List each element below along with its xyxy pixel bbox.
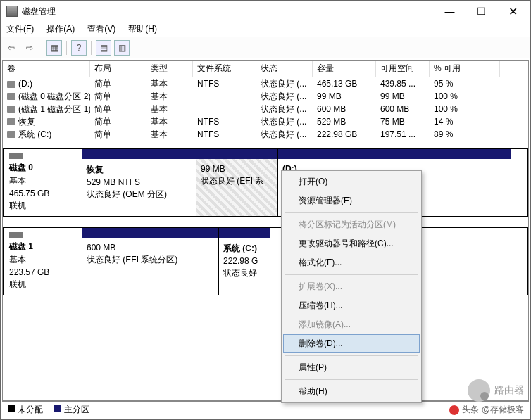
ctx-separator [285, 274, 418, 275]
toolbar-separator [42, 41, 42, 55]
cell-type: 基本 [146, 103, 193, 115]
disk-type: 基本 [9, 175, 77, 187]
col-capacity[interactable]: 容量 [313, 61, 376, 77]
partition-title: 恢复 [87, 164, 192, 176]
partition[interactable]: 600 MB状态良好 (EFI 系统分区) [82, 228, 219, 295]
partition[interactable]: 99 MB状态良好 (EFI 系 [196, 149, 278, 216]
ctx-mirror: 添加镜像(A)... [283, 315, 420, 334]
table-row[interactable]: (磁盘 1 磁盘分区 1)简单基本状态良好 (...600 MB600 MB10… [3, 103, 528, 115]
forward-icon[interactable]: ⇨ [22, 40, 37, 56]
col-free[interactable]: 可用空间 [376, 61, 430, 77]
ctx-delete-volume[interactable]: 删除卷(D)... [283, 334, 420, 353]
cell-cap: 222.98 GB [313, 129, 376, 139]
disk-icon [9, 153, 23, 159]
cell-type: 基本 [146, 129, 193, 141]
menu-view[interactable]: 查看(V) [87, 23, 115, 35]
ctx-change-letter[interactable]: 更改驱动器号和路径(C)... [283, 234, 420, 253]
disk-info[interactable]: 磁盘 0基本465.75 GB联机 [3, 148, 82, 217]
cell-layout: 简单 [90, 103, 146, 115]
watermark-text: 路由器 [494, 384, 524, 397]
partition-status: 状态良好 (EFI 系统分区) [87, 254, 214, 266]
ctx-separator [285, 355, 418, 356]
cell-free: 600 MB [376, 104, 430, 114]
close-button[interactable]: ✕ [497, 1, 529, 21]
app-icon [6, 6, 18, 17]
cell-vol: (磁盘 1 磁盘分区 1) [3, 103, 90, 115]
maximize-button[interactable]: ☐ [466, 1, 497, 21]
cell-cap: 465.13 GB [313, 79, 376, 89]
volume-icon [7, 106, 15, 113]
cell-layout: 简单 [90, 91, 146, 103]
partition[interactable]: 恢复529 MB NTFS状态良好 (OEM 分区) [82, 149, 196, 216]
cell-cap: 529 MB [313, 117, 376, 127]
disk-map[interactable]: 磁盘 0基本465.75 GB联机恢复529 MB NTFS状态良好 (OEM … [2, 141, 529, 401]
ctx-separator [285, 212, 418, 213]
view-bottom-icon[interactable]: ▥ [114, 40, 130, 56]
ctx-open[interactable]: 打开(O) [283, 172, 420, 191]
table-row[interactable]: 恢复简单基本NTFS状态良好 (...529 MB75 MB14 % [3, 115, 528, 128]
cell-layout: 简单 [90, 129, 146, 141]
cell-status: 状态良好 (... [256, 78, 313, 90]
ctx-format[interactable]: 格式化(F)... [283, 253, 420, 272]
menu-file[interactable]: 文件(F) [6, 23, 34, 35]
table-row[interactable]: (磁盘 0 磁盘分区 2)简单基本状态良好 (...99 MB99 MB100 … [3, 90, 528, 103]
disk-row: 磁盘 0基本465.75 GB联机恢复529 MB NTFS状态良好 (OEM … [3, 148, 528, 217]
minimize-button[interactable]: — [434, 1, 466, 21]
table-row[interactable]: 系统 (C:)简单基本NTFS状态良好 (...222.98 GB197.51 … [3, 128, 528, 141]
menu-action[interactable]: 操作(A) [46, 23, 75, 35]
disk-size: 223.57 GB [9, 267, 77, 277]
ctx-explorer[interactable]: 资源管理器(E) [283, 191, 420, 210]
view-top-icon[interactable]: ▤ [96, 40, 111, 56]
cell-status: 状态良好 (... [256, 116, 313, 128]
titlebar[interactable]: 磁盘管理 — ☐ ✕ [1, 1, 530, 22]
menubar: 文件(F) 操作(A) 查看(V) 帮助(H) [1, 22, 530, 37]
toolbar-separator [91, 41, 92, 55]
col-type[interactable]: 类型 [146, 61, 193, 77]
context-menu: 打开(O) 资源管理器(E) 将分区标记为活动分区(M) 更改驱动器号和路径(C… [281, 170, 422, 403]
cell-pct: 14 % [430, 117, 500, 127]
cell-pct: 95 % [430, 79, 500, 89]
col-pct[interactable]: % 可用 [430, 61, 500, 77]
partition[interactable]: 系统 (C:)222.98 G状态良好 [219, 228, 270, 295]
disk-name: 磁盘 1 [9, 241, 77, 253]
ctx-shrink[interactable]: 压缩卷(H)... [283, 296, 420, 315]
view-list-icon[interactable]: ▦ [46, 40, 62, 56]
cell-vol: (磁盘 0 磁盘分区 2) [3, 91, 90, 103]
cell-free: 197.51 ... [376, 129, 430, 139]
partition-band [82, 228, 218, 238]
cell-vol: 恢复 [3, 116, 90, 128]
window-title: 磁盘管理 [22, 6, 434, 18]
cell-status: 状态良好 (... [256, 129, 313, 141]
disk-state: 联机 [9, 200, 77, 212]
col-volume[interactable]: 卷 [3, 61, 90, 77]
ctx-extend: 扩展卷(X)... [283, 277, 420, 296]
col-layout[interactable]: 布局 [90, 61, 146, 77]
volume-icon [7, 131, 15, 138]
menu-help[interactable]: 帮助(H) [128, 23, 157, 35]
ctx-mark-active: 将分区标记为活动分区(M) [283, 215, 420, 234]
cell-fs: NTFS [193, 129, 256, 139]
partition-size: 222.98 G [223, 256, 266, 266]
table-row[interactable]: (D:)简单基本NTFS状态良好 (...465.13 GB439.85 ...… [3, 77, 528, 90]
toolbar: ⇦ ⇨ ▦ ? ▤ ▥ [1, 37, 530, 58]
back-icon[interactable]: ⇦ [4, 40, 19, 56]
disk-icon [9, 232, 23, 238]
attribution: 头条 @存储极客 [449, 404, 524, 416]
cell-layout: 简单 [90, 78, 146, 90]
cell-status: 状态良好 (... [256, 91, 313, 103]
ctx-help[interactable]: 帮助(H) [283, 382, 420, 401]
help-icon[interactable]: ? [71, 40, 87, 56]
watermark: 路由器 [468, 379, 524, 402]
disk-info[interactable]: 磁盘 1基本223.57 GB联机 [3, 227, 82, 295]
cell-status: 状态良好 (... [256, 103, 313, 115]
col-status[interactable]: 状态 [256, 61, 313, 77]
col-fs[interactable]: 文件系统 [193, 61, 256, 77]
cell-free: 99 MB [376, 91, 430, 101]
volume-list[interactable]: 卷 布局 类型 文件系统 状态 容量 可用空间 % 可用 (D:)简单基本NTF… [2, 60, 529, 141]
cell-fs: NTFS [193, 79, 256, 89]
legend-unallocated: 未分配 [18, 405, 43, 414]
legend-swatch-unallocated [8, 405, 15, 412]
router-icon [468, 379, 490, 402]
ctx-properties[interactable]: 属性(P) [283, 358, 420, 377]
partition-status: 状态良好 (EFI 系 [201, 175, 273, 187]
